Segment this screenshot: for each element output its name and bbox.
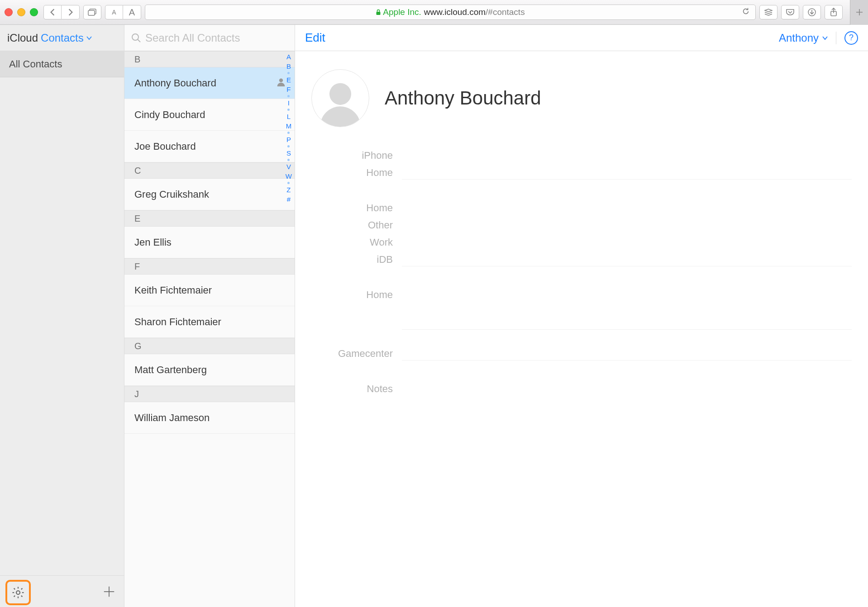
zoom-window-button[interactable] <box>30 8 38 16</box>
last-name: Ellis <box>153 237 171 248</box>
index-letter[interactable]: V <box>286 163 291 171</box>
last-name: Fichtemaier <box>169 316 221 328</box>
field-row: Other <box>311 219 852 237</box>
browser-toolbar: A A Apple Inc. www.icloud.com/#contacts <box>0 0 868 25</box>
chevron-right-icon <box>67 8 74 16</box>
account-name: Anthony <box>779 32 819 44</box>
svg-point-8 <box>329 83 351 105</box>
contact-row[interactable]: GregCruikshank <box>124 179 295 210</box>
field-label: iPhone <box>311 150 393 161</box>
settings-button[interactable] <box>11 586 25 599</box>
first-name: Matt <box>134 364 154 376</box>
section-header: E <box>124 210 295 227</box>
app-switcher[interactable]: iCloud Contacts <box>0 25 124 51</box>
share-button[interactable] <box>825 5 843 19</box>
avatar[interactable] <box>311 69 369 127</box>
settings-highlight <box>5 580 31 605</box>
field-row: Home <box>311 202 852 219</box>
section-header: F <box>124 258 295 275</box>
index-letter[interactable]: L <box>287 113 291 120</box>
add-contact-button[interactable] <box>102 585 116 598</box>
text-size-larger-button[interactable]: A <box>123 5 141 19</box>
account-area: Anthony ? <box>779 31 858 45</box>
stack-icon <box>764 9 773 16</box>
pocket-icon <box>786 9 795 16</box>
last-name: Jameson <box>169 412 210 424</box>
downloads-button[interactable] <box>803 5 821 19</box>
section-header: G <box>124 338 295 354</box>
field-value <box>402 150 852 162</box>
index-letter[interactable]: S <box>286 149 291 157</box>
index-letter[interactable]: F <box>286 85 291 93</box>
extension-pocket-button[interactable] <box>781 5 799 19</box>
sidebar-item-all-contacts[interactable]: All Contacts <box>0 51 124 77</box>
address-bar[interactable]: Apple Inc. www.icloud.com/#contacts <box>145 5 756 20</box>
cert-name: Apple Inc. <box>383 7 421 17</box>
new-tab-button[interactable] <box>850 0 868 25</box>
contact-row[interactable]: AnthonyBouchard <box>124 67 295 99</box>
field-label: iDB <box>311 254 393 266</box>
index-letter[interactable]: I <box>288 99 290 107</box>
field-label: Gamecenter <box>311 348 393 360</box>
index-letter[interactable]: A <box>286 53 291 61</box>
contact-list-column: BAnthonyBouchardCindyBouchardJoeBouchard… <box>124 25 295 607</box>
person-icon <box>315 77 365 127</box>
contact-identity: Anthony Bouchard <box>311 69 852 127</box>
url-domain: www.icloud.com <box>424 7 486 17</box>
contact-row[interactable]: KeithFichtemaier <box>124 275 295 306</box>
index-dot <box>287 159 290 161</box>
contact-row[interactable]: JenEllis <box>124 227 295 258</box>
forward-button[interactable] <box>62 5 80 19</box>
index-letter[interactable]: Z <box>286 186 291 194</box>
contact-row[interactable]: CindyBouchard <box>124 99 295 131</box>
extension-stack-button[interactable] <box>759 5 777 19</box>
last-name: Bouchard <box>162 109 205 121</box>
groups-sidebar: iCloud Contacts All Contacts <box>0 25 124 607</box>
contact-row[interactable]: JoeBouchard <box>124 131 295 162</box>
tab-overview-button[interactable] <box>83 5 101 19</box>
index-letter[interactable]: P <box>286 136 291 143</box>
download-icon <box>808 8 816 16</box>
reload-button[interactable] <box>742 7 750 18</box>
contact-row[interactable]: SharonFichtemaier <box>124 306 295 338</box>
edit-button[interactable]: Edit <box>305 31 325 45</box>
index-dot <box>287 182 290 184</box>
field-label: Other <box>311 219 393 231</box>
me-badge-icon <box>277 77 286 89</box>
field-value <box>402 254 852 266</box>
search-icon <box>131 33 142 43</box>
detail-body: Anthony Bouchard iPhoneHomeHomeOtherWork… <box>295 51 868 607</box>
index-letter[interactable]: E <box>286 76 291 84</box>
index-letter[interactable]: W <box>286 172 292 180</box>
contact-row[interactable]: MattGartenberg <box>124 354 295 386</box>
index-letter[interactable]: # <box>287 195 291 203</box>
index-letter[interactable]: M <box>286 122 292 130</box>
alphabet-index[interactable]: ABEFILMPSVWZ# <box>286 53 292 203</box>
field-label: Home <box>311 202 393 214</box>
svg-rect-1 <box>88 10 95 15</box>
brand-app-name: Contacts <box>41 32 92 44</box>
first-name: Cindy <box>134 109 160 121</box>
minimize-window-button[interactable] <box>17 8 25 16</box>
search-input[interactable] <box>145 32 288 44</box>
help-button[interactable]: ? <box>844 31 858 45</box>
first-name: Keith <box>134 285 157 296</box>
contact-list[interactable]: BAnthonyBouchardCindyBouchardJoeBouchard… <box>124 51 295 607</box>
index-letter[interactable]: B <box>286 62 291 70</box>
brand-app-label: Contacts <box>41 32 84 44</box>
section-header: B <box>124 51 295 67</box>
contact-row[interactable]: WilliamJameson <box>124 402 295 434</box>
back-button[interactable] <box>43 5 62 19</box>
close-window-button[interactable] <box>5 8 13 16</box>
first-name: William <box>134 412 167 424</box>
account-menu[interactable]: Anthony <box>779 32 828 44</box>
gear-icon <box>11 586 25 599</box>
sidebar-footer <box>0 575 124 607</box>
group-list: All Contacts <box>0 51 124 575</box>
field-row: Gamecenter <box>311 348 852 365</box>
plus-icon <box>102 585 116 598</box>
chevron-down-icon <box>86 36 92 40</box>
field-value <box>402 219 852 232</box>
text-size-smaller-button[interactable]: A <box>105 5 123 19</box>
field-label: Work <box>311 237 393 248</box>
